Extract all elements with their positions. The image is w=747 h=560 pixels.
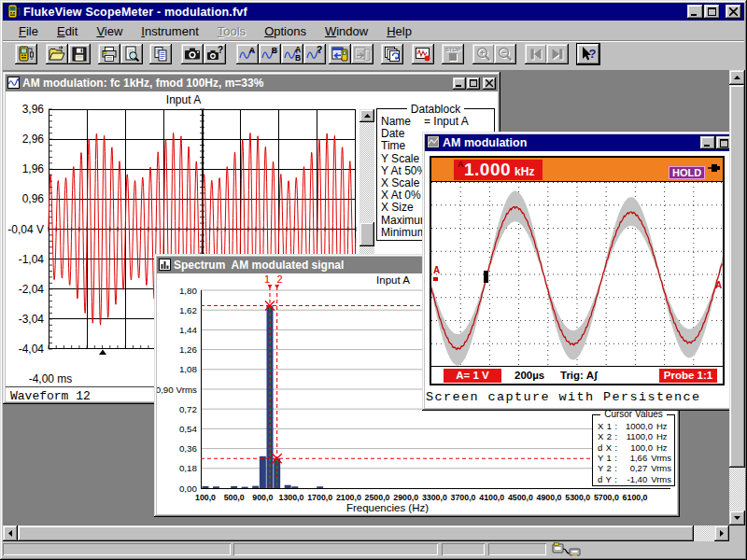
waveform-window-titlebar[interactable]: AM modulation: fc 1kHz, fmod 100Hz, m=33… xyxy=(6,75,498,91)
open-folder-button[interactable] xyxy=(46,44,68,64)
chart-element xyxy=(729,7,738,16)
mdi-hscrollbar[interactable] xyxy=(3,525,729,541)
waveform-y-tick: 1,96 xyxy=(22,162,45,175)
mdi-vscrollbar-thumb[interactable] xyxy=(729,85,745,468)
chart-element xyxy=(81,49,83,51)
cursor-value-unit: Vrms xyxy=(651,474,671,484)
print-button[interactable] xyxy=(98,44,120,64)
menu-view[interactable]: View xyxy=(87,22,132,40)
mdi-vscrollbar[interactable] xyxy=(729,70,745,525)
scope-topbar: A 1.000 kHz HOLD xyxy=(431,158,723,182)
scope-left-channel-marker: A xyxy=(433,265,440,275)
waveform-ab-button[interactable]: A B xyxy=(281,44,303,64)
spectrum-bar xyxy=(203,486,209,488)
chart-element xyxy=(21,49,27,53)
chart-element xyxy=(364,114,371,118)
waveform-query-icon: ? xyxy=(305,45,324,63)
menu-edit[interactable]: Edit xyxy=(48,22,87,40)
status-panel xyxy=(3,543,231,555)
main-titlebar[interactable]: FlukeView ScopeMeter - modulation.fvf xyxy=(3,3,744,21)
chart-element xyxy=(691,14,697,16)
scope-frequency-unit: kHz xyxy=(514,165,534,178)
save-button[interactable] xyxy=(68,44,91,64)
waveform-query-button[interactable]: ? xyxy=(303,44,326,64)
waveform-y-tick: -3,04 xyxy=(19,313,45,326)
chart-element xyxy=(167,265,169,269)
menu-instrument[interactable]: Instrument xyxy=(132,22,207,40)
spectrum-x-tick: 3700,0 xyxy=(451,493,476,502)
print-preview-icon xyxy=(122,45,141,63)
chart-element xyxy=(211,50,216,53)
scope-window-titlebar[interactable]: AM modulation xyxy=(425,134,729,151)
spectrum-x-tick: 2500,0 xyxy=(365,493,390,502)
mdi-scroll-up-icon[interactable] xyxy=(729,70,745,85)
spectrum-x-tick: 1700,0 xyxy=(307,493,332,502)
camera-button[interactable] xyxy=(181,44,204,64)
copy-button[interactable] xyxy=(149,44,172,64)
cursor-value-label: Y 2 : xyxy=(598,463,619,473)
cursor-value-unit: Hz xyxy=(656,421,668,431)
waveform-a-icon: A xyxy=(238,45,257,63)
scope-trigger-label: Trig: Aʃ xyxy=(560,370,598,381)
waveform-b-button[interactable]: B xyxy=(259,44,281,64)
mdi-scroll-right-icon[interactable] xyxy=(714,525,729,541)
mdi-hscrollbar-thumb[interactable] xyxy=(18,525,694,541)
chart-element xyxy=(572,555,577,557)
menu-help[interactable]: Help xyxy=(377,22,421,40)
chart-element xyxy=(470,79,477,81)
chart-element xyxy=(734,516,740,520)
waveform-y-tick: 3,96 xyxy=(22,103,45,116)
scope-bottombar: A= 1 V 200µs Trig: Aʃ Probe 1:1 xyxy=(431,366,723,384)
spectrum-bar xyxy=(317,486,323,488)
scopemeter-connect-button[interactable] xyxy=(15,44,37,64)
scope-frequency-value: 1.000 xyxy=(464,160,511,180)
spectrum-bar xyxy=(242,487,248,488)
cursor-value-row: Y 1 :1,66Vrms xyxy=(598,453,671,463)
datablock-row-label: Y At 50% xyxy=(381,165,424,177)
scope-maximize-button[interactable] xyxy=(716,136,729,149)
chart-element xyxy=(343,51,345,55)
maximize-button[interactable] xyxy=(704,5,720,19)
waveform-a-button[interactable]: A xyxy=(236,44,259,64)
camera-question-button[interactable]: ? xyxy=(204,44,226,64)
print-preview-button[interactable] xyxy=(120,44,143,64)
waveform-close-button[interactable] xyxy=(483,77,496,90)
copy-screens-button[interactable] xyxy=(381,44,403,64)
waveform-minimize-button[interactable] xyxy=(453,77,466,90)
spectrum-x-tick: 1300,0 xyxy=(279,493,304,502)
mdi-scroll-down-icon[interactable] xyxy=(729,511,745,525)
record-replay-button[interactable] xyxy=(412,44,434,64)
scope-channel-scale: A= 1 V xyxy=(444,369,501,383)
waveform-vscrollbar-thumb[interactable] xyxy=(359,222,374,246)
spectrum-x-tick: 4100,0 xyxy=(479,493,504,502)
zoom-in-button xyxy=(472,44,495,64)
datablock-row-label: X Size xyxy=(381,202,424,214)
spectrum-x-tick: 2900,0 xyxy=(393,493,418,502)
cursor-value-number: -1,40 xyxy=(619,474,647,484)
menu-file[interactable]: File xyxy=(9,22,48,40)
chart-element xyxy=(571,551,578,553)
cursor-value-label: d X : xyxy=(598,442,622,453)
print-icon xyxy=(100,45,119,63)
chart-element xyxy=(456,85,461,87)
cursor-value-row: d X :100,0Hz xyxy=(598,442,671,453)
chart-element xyxy=(734,76,740,79)
scope-screen: A 1.000 kHz HOLD AA A= 1 V 200µs Trig: xyxy=(430,156,725,385)
waveform-scroll-up-icon[interactable] xyxy=(359,109,374,122)
context-help-button[interactable]: ? xyxy=(577,44,599,64)
spectrum-x-tick: 5300,0 xyxy=(565,493,590,502)
waveform-maximize-button[interactable] xyxy=(467,77,480,90)
scope-minimize-button[interactable] xyxy=(700,136,715,149)
chart-element xyxy=(159,50,166,61)
spectrum-y-tick: 1,26 xyxy=(179,344,198,355)
instrument-read-button[interactable] xyxy=(329,44,351,64)
minimize-button[interactable] xyxy=(687,5,703,19)
mdi-scroll-left-icon[interactable] xyxy=(3,525,18,541)
instrument-read-icon xyxy=(331,45,349,63)
close-button[interactable] xyxy=(726,5,741,19)
record-replay-icon xyxy=(414,45,432,63)
chart-element xyxy=(59,47,63,49)
menu-options[interactable]: Options xyxy=(255,22,316,40)
menu-window[interactable]: Window xyxy=(316,22,377,40)
status-panel xyxy=(233,543,438,555)
